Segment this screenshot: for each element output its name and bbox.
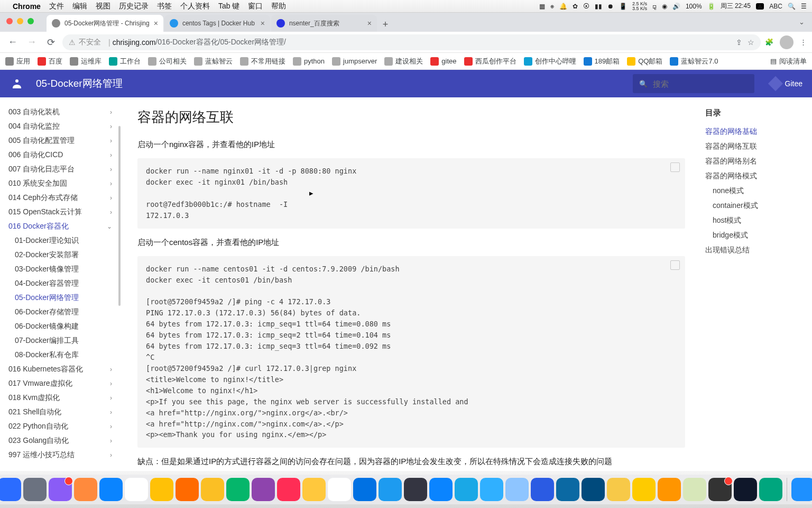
sidebar-subitem[interactable]: 08-Docker私有仓库 bbox=[0, 348, 122, 362]
toc-item[interactable]: container模式 bbox=[705, 198, 807, 213]
bookmark-item[interactable]: jumpserver bbox=[332, 57, 377, 66]
dock-app-icon[interactable] bbox=[632, 478, 656, 501]
sidebar-subitem[interactable]: 06-Docker存储管理 bbox=[0, 305, 122, 319]
dock-app-icon[interactable] bbox=[201, 478, 224, 501]
sidebar-item[interactable]: 010 系统安全加固› bbox=[0, 176, 122, 190]
sidebar-subitem[interactable]: 05-Docker网络管理 bbox=[0, 291, 122, 305]
dock-app-icon[interactable] bbox=[379, 478, 402, 501]
bookmark-item[interactable]: 蓝鲸智云7.0 bbox=[670, 57, 718, 66]
sidebar-item[interactable]: 004 自动化监控› bbox=[0, 119, 122, 133]
bookmark-star-icon[interactable]: ☆ bbox=[748, 38, 754, 47]
menu-item[interactable]: 窗口 bbox=[248, 2, 263, 11]
menu-item[interactable]: 历史记录 bbox=[119, 2, 149, 11]
status-icon[interactable]: ⏺ bbox=[607, 3, 614, 10]
status-icon[interactable]: ⎈ bbox=[550, 3, 554, 10]
sidebar-item[interactable]: 007 自动化日志平台› bbox=[0, 162, 122, 176]
forward-button[interactable]: → bbox=[24, 35, 39, 50]
back-button[interactable]: ← bbox=[5, 35, 20, 50]
menu-item[interactable]: 帮助 bbox=[271, 2, 286, 11]
sidebar-item[interactable]: 022 Python自动化› bbox=[0, 419, 122, 433]
gitee-link[interactable]: Gitee bbox=[770, 78, 802, 89]
volume-icon[interactable]: 🔊 bbox=[672, 3, 680, 10]
sidebar-subitem[interactable]: 02-Docker安装部署 bbox=[0, 248, 122, 262]
close-tab-icon[interactable]: × bbox=[154, 19, 158, 28]
toc-item[interactable]: 容器的网络模式 bbox=[705, 169, 807, 184]
site-logo-icon[interactable] bbox=[10, 76, 24, 91]
dock-app-icon[interactable] bbox=[556, 478, 579, 501]
dock-app-icon[interactable] bbox=[734, 478, 757, 501]
sidebar-item[interactable]: 014 Ceph分布式存储› bbox=[0, 190, 122, 205]
bookmark-item[interactable]: python bbox=[293, 57, 325, 66]
bookmark-item[interactable]: 创作中心哔哩 bbox=[524, 57, 576, 66]
dock-app-icon[interactable] bbox=[49, 478, 72, 501]
dock-app-icon[interactable] bbox=[759, 478, 782, 501]
bookmark-item[interactable]: 蓝鲸智云 bbox=[194, 57, 233, 66]
dock-app-icon[interactable] bbox=[252, 478, 275, 501]
menu-item[interactable]: 视图 bbox=[96, 2, 110, 11]
dock-app-icon[interactable] bbox=[582, 478, 605, 501]
close-tab-icon[interactable]: × bbox=[261, 19, 265, 28]
search-box[interactable]: 🔍 bbox=[633, 74, 754, 93]
control-center-icon[interactable]: ☰ bbox=[801, 3, 807, 10]
bookmark-item[interactable]: 不常用链接 bbox=[240, 57, 285, 66]
sidebar-item[interactable]: 015 OpenStack云计算› bbox=[0, 205, 122, 219]
toc-item[interactable]: host模式 bbox=[705, 213, 807, 228]
reload-button[interactable]: ⟳ bbox=[43, 35, 58, 50]
menu-item[interactable]: 个人资料 bbox=[180, 2, 210, 11]
dock-app-icon[interactable] bbox=[708, 478, 732, 501]
dock-app-icon[interactable] bbox=[176, 478, 199, 501]
dock-app-icon[interactable] bbox=[791, 478, 813, 501]
sidebar-subitem[interactable]: 04-Docker容器管理 bbox=[0, 276, 122, 291]
browser-tab[interactable]: centos Tags | Docker Hub × bbox=[164, 15, 270, 32]
sidebar-item[interactable]: 016 Kubernetes容器化› bbox=[0, 362, 122, 376]
bookmark-item[interactable]: 建设相关 bbox=[384, 57, 423, 66]
toc-item[interactable]: 容器的网络互联 bbox=[705, 139, 807, 154]
new-tab-button[interactable]: + bbox=[378, 17, 393, 32]
chrome-menu-icon[interactable]: ⋮ bbox=[800, 38, 807, 46]
sidebar-subitem[interactable]: 06-Docker镜像构建 bbox=[0, 319, 122, 333]
browser-tab[interactable]: nsenter_百度搜索 × bbox=[271, 15, 377, 32]
dock-app-icon[interactable] bbox=[74, 478, 97, 501]
dock-app-icon[interactable] bbox=[353, 478, 376, 501]
dock-app-icon[interactable] bbox=[429, 478, 453, 501]
tab-overflow-icon[interactable]: ⌄ bbox=[799, 18, 805, 26]
status-icon[interactable]: 📱 bbox=[619, 3, 627, 10]
dock-app-icon[interactable] bbox=[277, 478, 300, 501]
sidebar-subitem[interactable]: 01-Docker理论知识 bbox=[0, 233, 122, 248]
dock-app-icon[interactable] bbox=[23, 478, 47, 501]
status-icon[interactable]: ✿ bbox=[573, 3, 578, 10]
sidebar-item[interactable]: 023 Golang自动化› bbox=[0, 433, 122, 448]
bookmark-item[interactable]: 189邮箱 bbox=[584, 57, 620, 66]
bookmark-item[interactable]: 西瓜创作平台 bbox=[464, 57, 516, 66]
wifi-icon[interactable]: ◉ bbox=[662, 3, 667, 10]
toc-item[interactable]: 容器的网络基础 bbox=[705, 124, 807, 139]
sidebar-subitem[interactable]: 07-Docker编排工具 bbox=[0, 333, 122, 348]
bookmark-item[interactable]: 工作台 bbox=[109, 57, 141, 66]
dock-app-icon[interactable] bbox=[150, 478, 173, 501]
menu-item[interactable]: 编辑 bbox=[72, 2, 87, 11]
sidebar-item[interactable]: 018 Kvm虚拟化› bbox=[0, 391, 122, 405]
spotlight-icon[interactable]: 🔍 bbox=[788, 3, 796, 10]
dock-app-icon[interactable] bbox=[125, 478, 148, 501]
sidebar-item[interactable]: 006 自动化CICD› bbox=[0, 148, 122, 162]
scrollbar-thumb[interactable] bbox=[118, 126, 121, 306]
clock[interactable]: 周三 22:45 bbox=[721, 2, 751, 11]
sidebar-item[interactable]: 017 Vmware虚拟化› bbox=[0, 376, 122, 391]
window-close-button[interactable] bbox=[6, 18, 13, 24]
dock-app-icon[interactable] bbox=[480, 478, 503, 501]
ime-indicator[interactable]: A bbox=[756, 3, 764, 10]
bookmark-item[interactable]: gitee bbox=[430, 57, 456, 66]
dock-app-icon[interactable] bbox=[658, 478, 681, 501]
toc-item[interactable]: 出现错误总结 bbox=[705, 243, 807, 258]
dock-app-icon[interactable] bbox=[0, 478, 21, 501]
sidebar-item[interactable]: 021 Shell自动化› bbox=[0, 405, 122, 419]
sidebar-item[interactable]: 005 自动化配置管理› bbox=[0, 133, 122, 148]
copy-icon[interactable] bbox=[670, 260, 680, 270]
bookmark-item[interactable]: 运维库 bbox=[70, 57, 102, 66]
sidebar-item[interactable]: 003 自动化装机› bbox=[0, 105, 122, 119]
bluetooth-icon[interactable]: ⚼ bbox=[652, 3, 657, 10]
window-minimize-button[interactable] bbox=[17, 18, 23, 24]
menu-item[interactable]: 书签 bbox=[157, 2, 172, 11]
dock-app-icon[interactable] bbox=[607, 478, 630, 501]
share-icon[interactable]: ⇪ bbox=[736, 38, 742, 47]
